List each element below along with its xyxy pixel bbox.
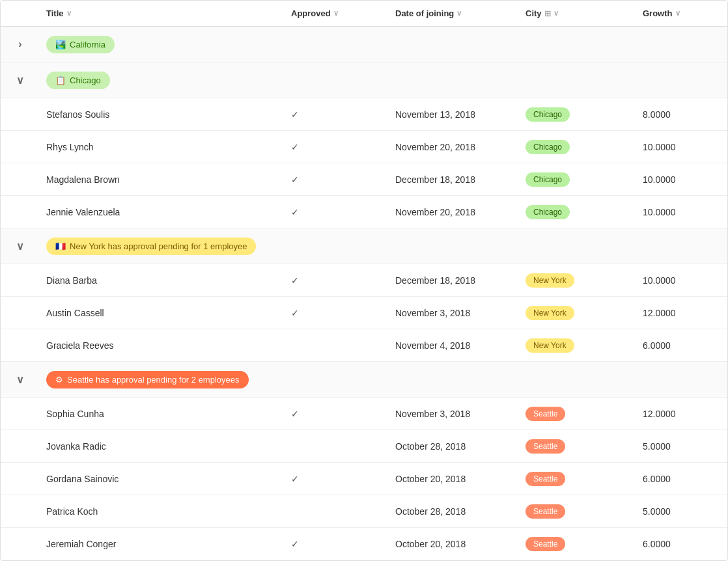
- chevron-down-icon[interactable]: ∨: [16, 374, 24, 386]
- row-name: Rhys Lynch: [40, 134, 285, 160]
- newyork-flag-icon: 🇫🇷: [55, 241, 66, 251]
- city-badge: Seattle: [525, 537, 565, 551]
- california-tag: 🏞️ California: [46, 36, 115, 53]
- row-approved: ✓: [285, 466, 389, 492]
- row-city: Chicago: [519, 132, 636, 162]
- row-date: October 20, 2018: [389, 531, 519, 557]
- row-city: Seattle: [519, 529, 636, 559]
- row-approved: ✓: [285, 199, 389, 225]
- row-approved: [285, 439, 389, 454]
- table-row: Jeremiah Conger ✓ October 20, 2018 Seatt…: [1, 528, 727, 560]
- chevron-down-icon[interactable]: ∨: [16, 74, 24, 87]
- newyork-label-cell: 🇫🇷 New York has approval pending for 1 e…: [40, 231, 727, 262]
- th-growth[interactable]: Growth ∨: [636, 1, 727, 26]
- row-name: Jennie Valenzuela: [40, 199, 285, 225]
- check-icon: ✓: [291, 142, 299, 152]
- th-title[interactable]: Title ∨: [40, 1, 285, 26]
- row-city: Seattle: [519, 464, 636, 494]
- chicago-expand[interactable]: ∨: [1, 68, 40, 93]
- row-date: November 4, 2018: [389, 333, 519, 359]
- title-sort-icon[interactable]: ∨: [66, 9, 72, 18]
- city-label: City: [525, 8, 542, 18]
- row-city: New York: [519, 298, 636, 328]
- seattle-expand[interactable]: ∨: [1, 367, 40, 392]
- row-name: Stefanos Soulis: [40, 102, 285, 128]
- row-date: October 20, 2018: [389, 466, 519, 492]
- growth-sort-icon[interactable]: ∨: [675, 9, 680, 18]
- row-expand: [1, 305, 40, 321]
- city-badge: Seattle: [525, 439, 565, 454]
- seattle-tag-label: Seattle has approval pending for 2 emplo…: [67, 375, 240, 385]
- table-row: Jennie Valenzuela ✓ November 20, 2018 Ch…: [1, 196, 727, 228]
- row-date: November 20, 2018: [389, 199, 519, 225]
- row-expand: [1, 471, 40, 487]
- row-city: Seattle: [519, 497, 636, 526]
- th-city[interactable]: City ⊞ ∨: [519, 1, 636, 26]
- row-name: Magdalena Brown: [40, 167, 285, 193]
- chicago-flag-icon: 📋: [55, 75, 66, 85]
- city-badge: New York: [525, 306, 574, 320]
- newyork-tag: 🇫🇷 New York has approval pending for 1 e…: [46, 238, 256, 255]
- approved-sort-icon[interactable]: ∨: [333, 9, 339, 18]
- group-chicago: ∨ 📋 Chicago: [1, 62, 727, 98]
- california-expand[interactable]: ›: [1, 32, 40, 57]
- row-name: Sophia Cunha: [40, 401, 285, 427]
- check-icon: ✓: [291, 409, 299, 419]
- row-approved: [285, 338, 389, 353]
- row-approved: ✓: [285, 531, 389, 557]
- row-growth: 8.0000: [636, 102, 727, 128]
- row-growth: 10.0000: [636, 267, 727, 293]
- row-approved: ✓: [285, 167, 389, 193]
- row-city: Seattle: [519, 399, 636, 429]
- table-row: Stefanos Soulis ✓ November 13, 2018 Chic…: [1, 98, 727, 131]
- chicago-tag-label: Chicago: [70, 75, 101, 85]
- check-icon: ✓: [291, 109, 299, 120]
- newyork-expand[interactable]: ∨: [1, 234, 40, 259]
- chevron-down-icon[interactable]: ∨: [16, 240, 24, 252]
- row-approved: [285, 504, 389, 519]
- city-filter-icon[interactable]: ⊞: [544, 9, 551, 18]
- chicago-label-cell: 📋 Chicago: [40, 65, 727, 96]
- city-badge: Seattle: [525, 472, 565, 486]
- row-date: December 18, 2018: [389, 267, 519, 293]
- row-approved: ✓: [285, 134, 389, 160]
- row-growth: 6.0000: [636, 531, 727, 557]
- city-sort-icon[interactable]: ∨: [553, 9, 559, 18]
- row-date: December 18, 2018: [389, 167, 519, 193]
- growth-label: Growth: [643, 8, 673, 18]
- chevron-right-icon[interactable]: ›: [18, 38, 21, 50]
- california-flag-icon: 🏞️: [55, 40, 66, 49]
- row-approved: ✓: [285, 300, 389, 326]
- city-badge: Seattle: [525, 504, 565, 519]
- row-growth: 10.0000: [636, 199, 727, 225]
- row-name: Austin Cassell: [40, 300, 285, 326]
- th-approved[interactable]: Approved ∨: [285, 1, 389, 26]
- row-city: Chicago: [519, 197, 636, 227]
- row-expand: [1, 172, 40, 187]
- seattle-label-cell: ⚙ Seattle has approval pending for 2 emp…: [40, 364, 727, 395]
- city-badge: Seattle: [525, 407, 565, 421]
- check-icon: ✓: [291, 474, 299, 484]
- th-date[interactable]: Date of joining ∨: [389, 1, 519, 26]
- row-expand: [1, 273, 40, 288]
- row-name: Jovanka Radic: [40, 433, 285, 459]
- row-city: New York: [519, 265, 636, 295]
- row-date: November 20, 2018: [389, 134, 519, 160]
- row-growth: 6.0000: [636, 466, 727, 492]
- table-row: Patrica Koch October 28, 2018 Seattle 5.…: [1, 495, 727, 528]
- row-expand: [1, 536, 40, 552]
- row-city: Chicago: [519, 100, 636, 129]
- row-expand: [1, 338, 40, 353]
- row-expand: [1, 504, 40, 519]
- table-row: Magdalena Brown ✓ December 18, 2018 Chic…: [1, 163, 727, 196]
- row-name: Patrica Koch: [40, 498, 285, 524]
- row-growth: 5.0000: [636, 433, 727, 459]
- row-growth: 12.0000: [636, 300, 727, 326]
- group-newyork: ∨ 🇫🇷 New York has approval pending for 1…: [1, 228, 727, 264]
- row-name: Graciela Reeves: [40, 333, 285, 359]
- check-icon: ✓: [291, 174, 299, 185]
- row-name: Diana Barba: [40, 267, 285, 293]
- city-badge: Chicago: [525, 172, 570, 187]
- date-sort-icon[interactable]: ∨: [456, 9, 462, 18]
- title-label: Title: [46, 8, 64, 18]
